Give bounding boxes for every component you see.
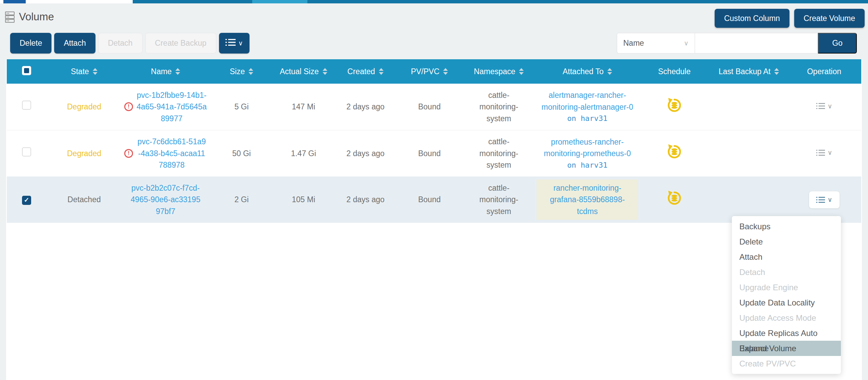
row-checkbox-checked[interactable]: ✓: [22, 196, 31, 205]
column-header-created[interactable]: Created: [333, 59, 398, 84]
menu-item-update-data-locality[interactable]: Update Data Locality: [732, 295, 841, 310]
chevron-down-icon: ∨: [238, 40, 243, 46]
menu-item-update-replicas-auto-balance[interactable]: Update Replicas Auto Balance: [732, 325, 841, 341]
delete-button[interactable]: Delete: [10, 33, 51, 54]
column-label: Actual Size: [280, 67, 319, 76]
column-header-namespace[interactable]: Namespace: [461, 59, 537, 84]
size-value: 2 Gi: [234, 195, 248, 204]
table-toolbar: Delete Attach Detach Create Backup ∨ Nam…: [10, 33, 858, 54]
table-header-row: State Name Size Actual Size Created PV/P…: [7, 59, 861, 84]
sort-icon[interactable]: [774, 68, 779, 75]
tab-accent-bar: [3, 0, 26, 3]
menu-item-attach[interactable]: Attach: [732, 249, 841, 265]
volume-page: Volume Custom Column Create Volume Delet…: [0, 0, 868, 380]
go-button[interactable]: Go: [818, 33, 857, 54]
recurring-backup-icon[interactable]: [667, 199, 682, 208]
status-badge: Degraded: [67, 149, 101, 158]
attached-workload-chip: rancher-monitoring-grafana-8559b68898-tc…: [537, 180, 638, 220]
volume-name-link[interactable]: pvc-1b2fbbe9-14b1-4a65-941a-7d5645a89977: [136, 89, 207, 125]
column-header-pv-pvc[interactable]: PV/PVC: [398, 59, 461, 84]
list-icon: [225, 39, 236, 48]
row-checkbox[interactable]: [22, 147, 31, 156]
search-input[interactable]: [695, 33, 818, 54]
column-label: Attached To: [563, 67, 604, 76]
size-value: 50 Gi: [232, 149, 251, 158]
column-header-schedule: Schedule: [638, 59, 711, 84]
top-app-strip: [0, 0, 868, 3]
page-title: Volume: [5, 11, 54, 23]
column-header-actual-size[interactable]: Actual Size: [274, 59, 333, 84]
recurring-backup-icon[interactable]: [667, 152, 682, 161]
menu-item-update-access-mode[interactable]: Update Access Mode: [732, 310, 841, 325]
attach-button[interactable]: Attach: [54, 33, 95, 54]
column-label: State: [71, 67, 89, 76]
menu-item-delete[interactable]: Delete: [732, 234, 841, 249]
page-title-text: Volume: [19, 11, 54, 23]
menu-item-create-pv-pvc[interactable]: Create PV/PVC: [732, 356, 841, 371]
operation-menu-button[interactable]: ∨: [816, 149, 832, 156]
menu-item-backups[interactable]: Backups: [732, 219, 841, 234]
chevron-down-icon: ∨: [828, 149, 832, 156]
sort-icon[interactable]: [93, 68, 97, 75]
custom-column-button[interactable]: Custom Column: [715, 9, 789, 28]
header-actions: Custom Column Create Volume: [715, 9, 865, 28]
operation-menu-button[interactable]: ∨: [816, 103, 832, 109]
status-badge: Degraded: [67, 102, 101, 111]
sort-icon[interactable]: [607, 68, 612, 75]
column-header-size[interactable]: Size: [209, 59, 274, 84]
create-volume-button[interactable]: Create Volume: [794, 9, 865, 28]
menu-item-detach[interactable]: Detach: [732, 265, 841, 280]
column-header-attached-to[interactable]: Attached To: [537, 59, 638, 84]
menu-item-upgrade-engine[interactable]: Upgrade Engine: [732, 280, 841, 295]
row-checkbox[interactable]: [22, 101, 31, 110]
volume-name-link[interactable]: pvc-b2b2c07c-f7cd-4965-90e6-ac3319597bf7: [130, 182, 201, 217]
volume-name-link[interactable]: pvc-7c6dcb61-51a9-4a38-b4c5-acaa11788978: [136, 136, 207, 171]
list-icon: [816, 196, 825, 203]
sort-icon[interactable]: [175, 68, 180, 75]
chevron-down-icon: ∨: [684, 40, 689, 46]
namespace-value: cattle-monitoring-system: [474, 89, 524, 125]
column-label: Created: [347, 67, 375, 76]
select-all-checkbox[interactable]: [22, 66, 31, 75]
attached-workload-link[interactable]: rancher-monitoring-grafana-8559b68898-tc…: [550, 184, 625, 216]
column-header-last-backup-at[interactable]: Last Backup At: [711, 59, 787, 84]
chevron-down-icon: ∨: [828, 196, 832, 203]
search-field-select[interactable]: Name ∨: [617, 33, 695, 54]
column-header-name[interactable]: Name: [122, 59, 209, 84]
warning-icon: !: [124, 149, 133, 158]
nav-highlight-segment: [252, 0, 307, 3]
created-value: 2 days ago: [346, 195, 385, 204]
detach-button[interactable]: Detach: [98, 33, 143, 54]
status-badge: Detached: [67, 195, 101, 204]
column-label: Operation: [807, 67, 841, 76]
sort-icon[interactable]: [379, 68, 384, 75]
attached-node: on harv31: [537, 160, 638, 171]
pv-pvc-status: Bound: [418, 195, 441, 204]
attached-workload-link[interactable]: alertmanager-rancher-monitoring-alertman…: [537, 89, 638, 113]
list-icon: [816, 103, 825, 109]
actual-size-value: 105 Mi: [292, 195, 315, 204]
namespace-value: cattle-monitoring-system: [474, 136, 524, 171]
column-header-state[interactable]: State: [46, 59, 122, 84]
sort-icon[interactable]: [323, 68, 327, 75]
operation-menu-button-active[interactable]: ∨: [809, 191, 840, 208]
recurring-backup-icon[interactable]: [667, 106, 682, 115]
list-icon: [816, 149, 825, 156]
sort-icon[interactable]: [443, 68, 448, 75]
warning-icon: !: [124, 102, 133, 111]
column-header-operation: Operation: [787, 59, 861, 84]
column-header-select: [7, 59, 46, 84]
node-link[interactable]: harv31: [581, 114, 607, 123]
operation-dropdown-menu: Backups Delete Attach Detach Upgrade Eng…: [732, 216, 841, 374]
table-row: Degraded ! pvc-7c6dcb61-51a9-4a38-b4c5-a…: [7, 130, 861, 176]
search-group: Name ∨ Go: [617, 33, 857, 54]
sort-icon[interactable]: [248, 68, 253, 75]
create-backup-button[interactable]: Create Backup: [145, 33, 216, 54]
attached-workload-link[interactable]: prometheus-rancher-monitoring-prometheus…: [537, 136, 638, 160]
sort-icon[interactable]: [519, 68, 524, 75]
menu-item-expand-volume[interactable]: Expand Volume: [732, 341, 841, 356]
bulk-actions-dropdown-button[interactable]: ∨: [219, 33, 249, 54]
node-link[interactable]: harv31: [581, 161, 607, 169]
volume-stack-icon: [5, 11, 15, 23]
check-icon: ✓: [24, 195, 29, 205]
